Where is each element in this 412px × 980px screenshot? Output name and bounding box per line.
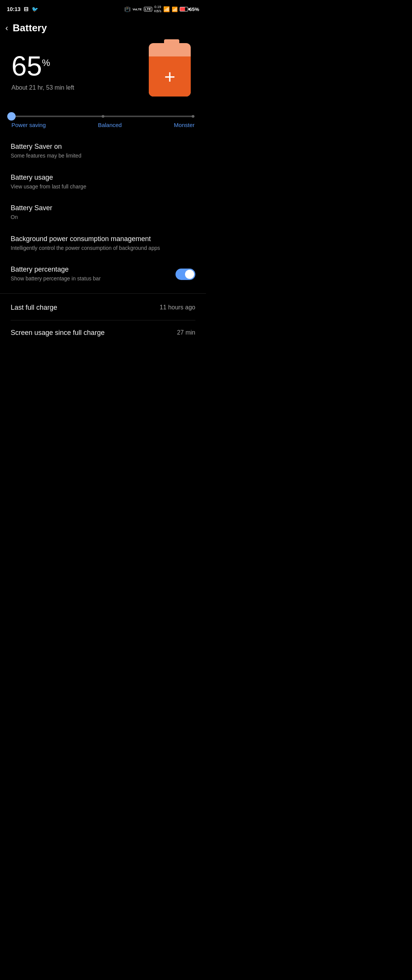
battery-saver-on-item[interactable]: Battery Saver on Some features may be li… [0,136,206,167]
battery-fill-large: + [149,56,191,97]
battery-usage-title: Battery usage [11,174,195,182]
battery-saver-on-subtitle: Some features may be limited [11,152,195,160]
slider-label-balanced[interactable]: Balanced [98,122,122,128]
battery-percentage-subtitle: Show battery percentage in status bar [11,275,175,283]
battery-percent-display: 65% [189,6,199,12]
signal-icon: 📶 [172,6,178,12]
slider-track[interactable] [11,116,195,117]
battery-saver-on-title: Battery Saver on [11,143,195,151]
notification-icon: ⊟ [24,6,29,13]
settings-section: Battery Saver on Some features may be li… [0,132,206,293]
battery-body: + [149,43,191,97]
battery-info: 65% About 21 hr, 53 min left [11,52,74,91]
twitter-icon: 🐦 [32,6,38,12]
battery-icon-small [180,7,188,11]
volte-indicator: VoLTE [132,8,142,11]
vibrate-icon: 📳 [124,6,130,12]
battery-icon-large: + [149,43,195,100]
last-full-charge-label: Last full charge [11,304,57,312]
battery-tip [164,39,179,43]
back-button[interactable]: ‹ [5,23,8,33]
battery-saver-option-item[interactable]: Battery Saver On [0,197,206,228]
battery-time-remaining: About 21 hr, 53 min left [11,84,74,91]
background-power-subtitle: Intelligently control the power consumpt… [11,245,195,252]
battery-status-bar: 65% [180,6,199,12]
page-title: Battery [13,22,47,34]
last-charge-section: Last full charge 11 hours ago Screen usa… [0,294,206,347]
battery-percentage-large: 65% [11,52,74,80]
last-full-charge-item: Last full charge 11 hours ago [0,295,206,320]
battery-percentage-item[interactable]: Battery percentage Show battery percenta… [0,259,206,290]
wifi-icon: 📶 [163,6,170,12]
background-power-title: Background power consumption management [11,235,195,243]
battery-usage-subtitle: View usage from last full charge [11,183,195,191]
background-power-item[interactable]: Background power consumption management … [0,228,206,259]
battery-percentage-title: Battery percentage [11,266,175,274]
battery-usage-item[interactable]: Battery usage View usage from last full … [0,167,206,198]
lte-indicator: LTE [144,7,152,11]
screen-usage-item: Screen usage since full charge 27 min [0,320,206,345]
status-bar: 10:13 ⊟ 🐦 📳 VoLTE LTE 0.19 KB/s 📶 📶 65% [0,0,206,17]
slider-thumb[interactable] [7,112,16,121]
page-header: ‹ Battery [0,17,206,39]
slider-label-power-saving[interactable]: Power saving [11,122,46,128]
battery-percent-value: 65% [11,51,50,81]
battery-fill-small [180,7,185,11]
slider-endpoint [192,115,195,118]
battery-plus-icon: + [164,67,175,86]
slider-midpoint [102,115,105,118]
battery-percentage-toggle[interactable] [175,269,195,280]
battery-saver-option-subtitle: On [11,214,195,221]
status-left: 10:13 ⊟ 🐦 [7,6,38,13]
last-full-charge-value: 11 hours ago [160,304,195,311]
battery-saver-option-title: Battery Saver [11,204,195,212]
toggle-knob [185,270,194,279]
screen-usage-value: 27 min [177,329,195,336]
battery-percentage-left: Battery percentage Show battery percenta… [11,266,175,283]
power-mode-slider-section: Power saving Balanced Monster [0,108,206,132]
status-right: 📳 VoLTE LTE 0.19 KB/s 📶 📶 65% [124,5,199,13]
time-display: 10:13 [7,6,21,12]
battery-visual-section: 65% About 21 hr, 53 min left + [0,39,206,108]
speed-display: 0.19 KB/s [154,5,161,13]
slider-label-monster[interactable]: Monster [174,122,195,128]
slider-labels: Power saving Balanced Monster [11,122,195,128]
screen-usage-label: Screen usage since full charge [11,329,105,337]
